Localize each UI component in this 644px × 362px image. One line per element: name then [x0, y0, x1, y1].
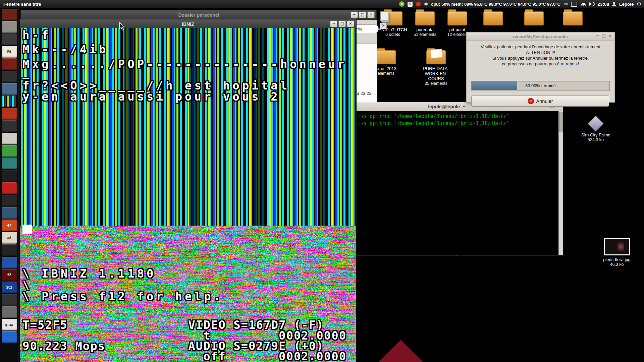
desktop-icon-label: t.me_2013: [376, 66, 396, 71]
terminal-body[interactable]: :~$ optirun '/home/lepole/Bureau/ibniz-1…: [331, 111, 563, 255]
dock-icon[interactable]: [2, 21, 17, 33]
dock-icon[interactable]: [2, 71, 17, 82]
dialog-titlebar[interactable]: recordMyDesktop-encoder ─ □ ✕: [467, 33, 614, 41]
dock-icon[interactable]: [2, 306, 17, 318]
desktop-icon-label: puredata: [416, 27, 433, 32]
desktop-icon-pieds-flora[interactable]: pieds-flora.jpg 46,3 ko: [598, 238, 635, 267]
dock-icon[interactable]: [2, 96, 17, 107]
encoder-dialog[interactable]: recordMyDesktop-encoder ─ □ ✕ Veuillez p…: [466, 32, 615, 103]
dock-icon[interactable]: [2, 195, 17, 206]
volume-icon[interactable]: [589, 2, 595, 6]
desktop-icon-sublabel: 524,3 ko: [588, 137, 604, 142]
dock-icon[interactable]: [2, 158, 17, 169]
dock-icon[interactable]: [2, 9, 17, 20]
minimize-button[interactable]: ─: [351, 12, 358, 18]
glitch-text-line: h-f: [22, 28, 51, 42]
minimize-button[interactable]: ─: [330, 21, 337, 27]
clock[interactable]: 23:08: [598, 2, 609, 7]
user-icon[interactable]: [612, 2, 616, 6]
dock-icon[interactable]: [2, 244, 17, 256]
files-titlebar[interactable]: Dossier personnel ─ □ ✕: [21, 10, 377, 20]
notes-icon[interactable]: ✎: [408, 2, 413, 7]
minimize-button[interactable]: ─: [595, 33, 600, 39]
dock-icon[interactable]: [2, 257, 17, 268]
dock-icon[interactable]: [2, 83, 17, 95]
maximize-button[interactable]: □: [601, 33, 606, 39]
display-icon[interactable]: [571, 2, 577, 7]
mouse-cursor: [119, 22, 127, 32]
folder-icon: [524, 11, 544, 25]
dock-icon[interactable]: [2, 207, 17, 219]
files-window-title: Dossier personnel: [21, 12, 376, 18]
desktop-icon-simcity-smc[interactable]: Sim City F.smc 524,3 ko: [577, 117, 614, 142]
active-window-title: Fenêtre sans titre: [0, 2, 41, 7]
desktop-icon-label: Sim City F.smc: [581, 132, 610, 137]
file-modified-date: à 23:22: [357, 91, 371, 96]
system-monitor-applet[interactable]: cpu: 50% mem: 08% 96.8°C 98.0°C 97.0°C 9…: [431, 2, 560, 7]
desktop-icon-pure-data-work[interactable]: PURE-DATA-WORK-EN-COURS 35 éléments: [418, 50, 454, 86]
dock-icon[interactable]: [2, 120, 17, 132]
terminal-line: :~$ optirun '/home/lepole/Bureau/ibniz-1…: [331, 120, 563, 127]
gear-icon[interactable]: ⚙: [637, 1, 641, 7]
ibniz-window[interactable]: IBNIZ ─ □ ✕: [19, 19, 357, 362]
desktop-icon-sublabel: 51 éléments: [414, 32, 436, 37]
cancel-x-icon: ✕: [528, 98, 534, 104]
terminal-window[interactable]: lepole@lepole: ~ ─ □ ✕ :~$ optirun '/hom…: [330, 102, 563, 255]
close-button[interactable]: ✕: [607, 33, 613, 39]
maximize-button[interactable]: □: [338, 21, 346, 27]
desktop-icon-folder-4[interactable]: [475, 11, 512, 25]
desktop-icon-sublabel: 46,3 ko: [610, 262, 624, 267]
desktop-diamond-ornament: [379, 340, 423, 362]
dock-icon[interactable]: [2, 182, 17, 194]
dock-icon[interactable]: [2, 331, 17, 343]
wifi-icon[interactable]: [580, 2, 586, 6]
dialog-title: recordMyDesktop-encoder: [467, 34, 614, 39]
desktop-icon-puredata[interactable]: puredata 51 éléments: [407, 11, 443, 37]
username[interactable]: Lepole: [619, 2, 634, 7]
dock-icon[interactable]: aA: [2, 232, 17, 244]
open-folder-icon: [426, 50, 446, 64]
close-button[interactable]: ✕: [347, 21, 354, 27]
dock-icon[interactable]: 47: [2, 220, 17, 231]
desktop-icon-folder-6[interactable]: [554, 11, 591, 25]
terminal-scrollbar[interactable]: [558, 111, 563, 255]
folder-icon: [376, 50, 396, 64]
close-button[interactable]: ✕: [367, 12, 375, 18]
scrollbar-thumb[interactable]: [559, 112, 563, 132]
paper-stack-icon[interactable]: [380, 11, 388, 21]
dock-icon[interactable]: fZ: [2, 269, 17, 281]
desktop: ✕ ANIP_GLITCH 6 octets puredata 51 éléme…: [0, 0, 644, 362]
ibniz-titlebar[interactable]: IBNIZ ─ □ ✕: [20, 19, 356, 29]
maximize-button[interactable]: □: [359, 12, 366, 18]
dialog-message-line: Veuillez patienter pendant l'encodage de…: [467, 44, 614, 50]
desktop-icon-folder-5[interactable]: [516, 11, 552, 25]
glitch-white-square: [22, 225, 32, 234]
cancel-button[interactable]: ✕ Annuler: [471, 96, 609, 107]
dock-icon[interactable]: [2, 58, 17, 70]
folder-icon: [563, 11, 583, 25]
mail-icon[interactable]: ✉: [564, 1, 568, 7]
dock-icon[interactable]: grip: [2, 319, 17, 330]
ibniz-canvas[interactable]: h-f Mk---/4ib Mxg....../POP-------------…: [20, 28, 356, 362]
desktop-icon-sublabel: 35 éléments: [425, 81, 447, 86]
dock-icon[interactable]: [2, 34, 17, 45]
record-indicator-icon[interactable]: [416, 1, 421, 7]
update-icon[interactable]: ↻: [399, 1, 405, 7]
folder-icon: [447, 11, 467, 25]
dock-icon[interactable]: [2, 108, 17, 120]
dock: Pd47aAfZSC2grip: [0, 8, 19, 362]
dock-icon[interactable]: [2, 294, 17, 306]
dock-icon[interactable]: Pd: [2, 46, 17, 58]
close-box-icon[interactable]: ✕: [380, 23, 387, 29]
desktop-icon-sublabel: éléments: [378, 71, 395, 76]
dock-icon[interactable]: [2, 145, 17, 157]
ibniz-status-line: off 0002.0000: [22, 350, 346, 362]
glitch-text-line: Mxg....../POP--------------honneur: [22, 57, 347, 71]
dialog-message-line: Si vous appuyez sur Annuler ou fermez la…: [467, 55, 614, 61]
dock-icon[interactable]: [2, 133, 17, 144]
dock-icon[interactable]: [2, 170, 17, 182]
fan-icon[interactable]: ✱: [424, 1, 428, 7]
dock-icon[interactable]: SC2: [2, 282, 17, 293]
desktop-icon-sublabel: 12 élémen: [447, 32, 467, 37]
cancel-label: Annuler: [536, 99, 553, 104]
